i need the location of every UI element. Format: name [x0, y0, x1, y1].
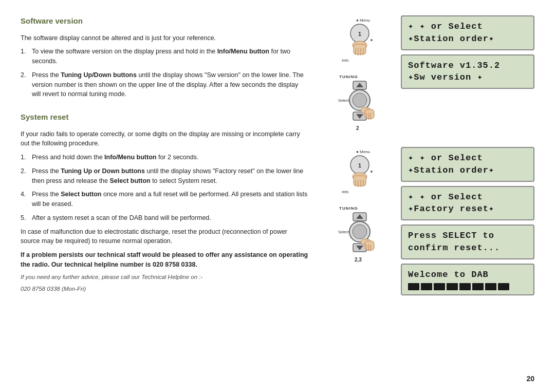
svg-text:1: 1 — [358, 162, 361, 169]
reset-step-1-bold: Info/Menu button — [104, 154, 156, 161]
svg-point-40 — [353, 225, 367, 239]
software-version-section: Software version The software display ca… — [21, 15, 308, 99]
footer-line1: If you need any further advice, please c… — [21, 273, 308, 282]
progress-bar — [408, 283, 527, 290]
prog-block-4 — [447, 283, 458, 290]
left-column: Software version The software display ca… — [21, 15, 319, 382]
lcd-4-line2: ✦Factory reset✦ — [408, 203, 527, 215]
svg-point-10 — [371, 39, 373, 41]
reset-step-5: 5. After a system reset a scan of the DA… — [21, 213, 308, 223]
svg-text:TUNING: TUNING — [339, 206, 358, 211]
tuning-svg: TUNING Select — [337, 72, 383, 134]
lcd-2-line1: Software v1.35.2 — [408, 60, 527, 72]
lcd-1-line1: ✦ ✦ or Select — [408, 21, 527, 33]
sw-step-2-text: Press the Tuning Up/Down buttons until t… — [32, 70, 308, 99]
lcd-6-line1: Welcome to DAB — [408, 269, 527, 281]
sw-step-1-text: To view the software version on the disp… — [32, 47, 308, 66]
lcd-2-line2: ✦Sw version ✦ — [408, 71, 527, 84]
lcd-display-3: ✦ ✦ or Select ✦Station order✦ — [401, 147, 534, 182]
page-number: 20 — [526, 375, 534, 383]
reset-extra: In case of malfunction due to electrosta… — [21, 227, 308, 247]
reset-info-svg: ● Menu 1 Info — [337, 147, 383, 198]
reset-step-5-text: After a system reset a scan of the DAB b… — [32, 213, 211, 223]
svg-text:TUNING: TUNING — [339, 74, 358, 79]
prog-block-5 — [459, 283, 471, 290]
software-version-title: Software version — [21, 15, 308, 27]
reset-step-4-text: Press the Select button once more and a … — [32, 190, 308, 209]
reset-info-button-diagram: ● Menu 1 Info — [324, 147, 396, 198]
system-reset-intro: If your radio fails to operate correctly… — [21, 129, 308, 149]
prog-block-8 — [498, 283, 509, 290]
system-reset-title: System reset — [21, 111, 308, 123]
info-button-diagram: ● Menu 1 Info — [324, 15, 396, 67]
svg-text:2,3: 2,3 — [355, 257, 362, 263]
prog-block-1 — [408, 283, 419, 290]
reset-tuning-svg: TUNING Select 2,3 — [337, 203, 383, 265]
right-column: ● Menu 1 Info — [319, 15, 534, 382]
lcd-display-2: Software v1.35.2 ✦Sw version ✦ — [401, 54, 534, 89]
lcd-4-line1: ✦ ✦ or Select — [408, 191, 527, 203]
reset-step-2-text: Press the Tuning Up or Down buttons unti… — [32, 166, 308, 186]
lcd-3-line2: ✦Station order✦ — [408, 164, 527, 177]
system-reset-section: System reset If your radio fails to oper… — [21, 111, 308, 293]
svg-text:Select: Select — [338, 98, 349, 103]
reset-step-1-text: Press and hold down the Info/Menu button… — [32, 153, 198, 162]
reset-tuning-diagram: TUNING Select 2,3 — [324, 203, 396, 265]
lcd-5-line1: Press SELECT to — [408, 230, 527, 242]
lcd-display-4: ✦ ✦ or Select ✦Factory reset✦ — [401, 186, 534, 221]
lcd-display-6: Welcome to DAB — [401, 264, 534, 295]
prog-block-6 — [472, 283, 484, 290]
footer-line2: 020 8758 0338 (Mon-Fri) — [21, 285, 308, 293]
lcd-5-line2: confirm reset... — [408, 242, 527, 254]
svg-point-35 — [371, 171, 373, 173]
prog-block-3 — [434, 283, 445, 290]
reset-step-4-bold: Select button — [61, 191, 101, 198]
prog-block-2 — [421, 283, 432, 290]
sw-step-2-bold: Tuning Up/Down buttons — [61, 71, 137, 79]
svg-text:Info: Info — [342, 58, 349, 63]
software-diagrams: ● Menu 1 Info — [324, 15, 396, 134]
svg-text:Info: Info — [342, 190, 349, 194]
reset-step-2-bold2: Select button — [110, 177, 151, 184]
reset-step-1: 1. Press and hold down the Info/Menu but… — [21, 153, 308, 162]
lcd-display-5: Press SELECT to confirm reset... — [401, 225, 534, 259]
info-button-svg: ● Menu 1 Info — [337, 15, 383, 67]
tuning-diagram: TUNING Select — [324, 72, 396, 134]
reset-step-2: 2. Press the Tuning Up or Down buttons u… — [21, 166, 308, 186]
software-version-intro: The software display cannot be altered a… — [21, 33, 308, 43]
sw-step-2-num: 2. — [21, 70, 29, 99]
software-diagram-row: ● Menu 1 Info — [324, 15, 534, 134]
helpline-bold-text: If a problem persists our technical staf… — [21, 250, 308, 270]
software-displays: ✦ ✦ or Select ✦Station order✦ Software v… — [401, 15, 534, 134]
svg-text:● Menu: ● Menu — [356, 150, 370, 154]
sw-step-2: 2. Press the Tuning Up/Down buttons unti… — [21, 70, 308, 99]
reset-diagrams: ● Menu 1 Info — [324, 147, 396, 295]
reset-step-4: 4. Press the Select button once more and… — [21, 190, 308, 209]
svg-text:1: 1 — [358, 31, 361, 37]
reset-displays: ✦ ✦ or Select ✦Station order✦ ✦ ✦ or Sel… — [401, 147, 534, 295]
svg-point-15 — [353, 93, 367, 107]
svg-text:2: 2 — [356, 125, 359, 131]
svg-text:● Menu: ● Menu — [356, 18, 370, 23]
lcd-3-line1: ✦ ✦ or Select — [408, 152, 527, 164]
prog-block-7 — [485, 283, 496, 290]
svg-text:Select: Select — [338, 230, 349, 234]
sw-step-1: 1. To view the software version on the d… — [21, 47, 308, 66]
sw-step-1-bold: Info/Menu button — [217, 48, 269, 55]
lcd-1-line2: ✦Station order✦ — [408, 33, 527, 45]
page: Software version The software display ca… — [0, 0, 555, 392]
reset-diagram-row: ● Menu 1 Info — [324, 147, 534, 295]
sw-step-1-num: 1. — [21, 47, 29, 66]
reset-step-2-bold: Tuning Up or Down buttons — [61, 167, 145, 175]
lcd-display-1: ✦ ✦ or Select ✦Station order✦ — [401, 15, 534, 50]
